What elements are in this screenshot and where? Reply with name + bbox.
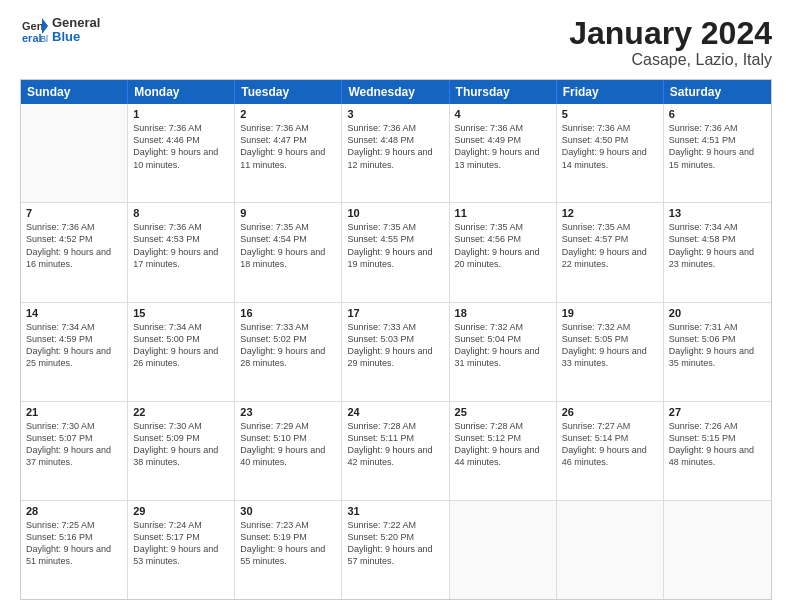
day-info: Sunrise: 7:28 AMSunset: 5:11 PMDaylight:…: [347, 420, 443, 469]
day-info: Sunrise: 7:35 AMSunset: 4:55 PMDaylight:…: [347, 221, 443, 270]
calendar-day-cell: 19Sunrise: 7:32 AMSunset: 5:05 PMDayligh…: [557, 303, 664, 401]
calendar-day-cell: 14Sunrise: 7:34 AMSunset: 4:59 PMDayligh…: [21, 303, 128, 401]
day-number: 14: [26, 307, 122, 319]
day-number: 18: [455, 307, 551, 319]
day-number: 20: [669, 307, 766, 319]
calendar-day-header: Monday: [128, 80, 235, 104]
day-info: Sunrise: 7:35 AMSunset: 4:57 PMDaylight:…: [562, 221, 658, 270]
day-number: 4: [455, 108, 551, 120]
calendar: SundayMondayTuesdayWednesdayThursdayFrid…: [20, 79, 772, 600]
calendar-day-cell: 25Sunrise: 7:28 AMSunset: 5:12 PMDayligh…: [450, 402, 557, 500]
day-number: 13: [669, 207, 766, 219]
day-number: 2: [240, 108, 336, 120]
day-info: Sunrise: 7:31 AMSunset: 5:06 PMDaylight:…: [669, 321, 766, 370]
calendar-day-header: Sunday: [21, 80, 128, 104]
svg-marker-2: [42, 18, 48, 34]
calendar-day-cell: 13Sunrise: 7:34 AMSunset: 4:58 PMDayligh…: [664, 203, 771, 301]
day-info: Sunrise: 7:33 AMSunset: 5:02 PMDaylight:…: [240, 321, 336, 370]
day-number: 17: [347, 307, 443, 319]
day-number: 6: [669, 108, 766, 120]
day-number: 15: [133, 307, 229, 319]
day-info: Sunrise: 7:25 AMSunset: 5:16 PMDaylight:…: [26, 519, 122, 568]
day-info: Sunrise: 7:30 AMSunset: 5:09 PMDaylight:…: [133, 420, 229, 469]
calendar-body: 1Sunrise: 7:36 AMSunset: 4:46 PMDaylight…: [21, 104, 771, 599]
day-info: Sunrise: 7:35 AMSunset: 4:56 PMDaylight:…: [455, 221, 551, 270]
day-info: Sunrise: 7:34 AMSunset: 5:00 PMDaylight:…: [133, 321, 229, 370]
day-number: 12: [562, 207, 658, 219]
calendar-day-cell: 30Sunrise: 7:23 AMSunset: 5:19 PMDayligh…: [235, 501, 342, 599]
day-number: 24: [347, 406, 443, 418]
day-number: 29: [133, 505, 229, 517]
day-info: Sunrise: 7:36 AMSunset: 4:53 PMDaylight:…: [133, 221, 229, 270]
day-info: Sunrise: 7:36 AMSunset: 4:50 PMDaylight:…: [562, 122, 658, 171]
calendar-title: January 2024: [569, 16, 772, 51]
calendar-day-cell: 9Sunrise: 7:35 AMSunset: 4:54 PMDaylight…: [235, 203, 342, 301]
day-info: Sunrise: 7:22 AMSunset: 5:20 PMDaylight:…: [347, 519, 443, 568]
day-info: Sunrise: 7:36 AMSunset: 4:48 PMDaylight:…: [347, 122, 443, 171]
calendar-empty-cell: [21, 104, 128, 202]
calendar-day-cell: 28Sunrise: 7:25 AMSunset: 5:16 PMDayligh…: [21, 501, 128, 599]
day-info: Sunrise: 7:33 AMSunset: 5:03 PMDaylight:…: [347, 321, 443, 370]
svg-text:eral: eral: [22, 32, 42, 44]
day-info: Sunrise: 7:28 AMSunset: 5:12 PMDaylight:…: [455, 420, 551, 469]
header: Gen eral Blue General Blue January 2024 …: [20, 16, 772, 69]
day-number: 3: [347, 108, 443, 120]
day-number: 9: [240, 207, 336, 219]
calendar-day-cell: 6Sunrise: 7:36 AMSunset: 4:51 PMDaylight…: [664, 104, 771, 202]
day-number: 30: [240, 505, 336, 517]
calendar-day-cell: 29Sunrise: 7:24 AMSunset: 5:17 PMDayligh…: [128, 501, 235, 599]
calendar-day-cell: 20Sunrise: 7:31 AMSunset: 5:06 PMDayligh…: [664, 303, 771, 401]
day-info: Sunrise: 7:36 AMSunset: 4:51 PMDaylight:…: [669, 122, 766, 171]
title-block: January 2024 Casape, Lazio, Italy: [569, 16, 772, 69]
day-number: 22: [133, 406, 229, 418]
logo-general: General: [52, 16, 100, 30]
calendar-week-row: 14Sunrise: 7:34 AMSunset: 4:59 PMDayligh…: [21, 302, 771, 401]
day-info: Sunrise: 7:36 AMSunset: 4:47 PMDaylight:…: [240, 122, 336, 171]
calendar-day-cell: 23Sunrise: 7:29 AMSunset: 5:10 PMDayligh…: [235, 402, 342, 500]
calendar-week-row: 1Sunrise: 7:36 AMSunset: 4:46 PMDaylight…: [21, 104, 771, 202]
day-number: 10: [347, 207, 443, 219]
day-info: Sunrise: 7:36 AMSunset: 4:49 PMDaylight:…: [455, 122, 551, 171]
day-number: 8: [133, 207, 229, 219]
calendar-empty-cell: [664, 501, 771, 599]
calendar-day-cell: 5Sunrise: 7:36 AMSunset: 4:50 PMDaylight…: [557, 104, 664, 202]
calendar-day-header: Wednesday: [342, 80, 449, 104]
calendar-day-cell: 10Sunrise: 7:35 AMSunset: 4:55 PMDayligh…: [342, 203, 449, 301]
calendar-day-cell: 18Sunrise: 7:32 AMSunset: 5:04 PMDayligh…: [450, 303, 557, 401]
calendar-day-cell: 17Sunrise: 7:33 AMSunset: 5:03 PMDayligh…: [342, 303, 449, 401]
calendar-day-cell: 21Sunrise: 7:30 AMSunset: 5:07 PMDayligh…: [21, 402, 128, 500]
day-number: 26: [562, 406, 658, 418]
day-info: Sunrise: 7:34 AMSunset: 4:58 PMDaylight:…: [669, 221, 766, 270]
day-info: Sunrise: 7:27 AMSunset: 5:14 PMDaylight:…: [562, 420, 658, 469]
calendar-day-cell: 1Sunrise: 7:36 AMSunset: 4:46 PMDaylight…: [128, 104, 235, 202]
day-number: 7: [26, 207, 122, 219]
day-number: 25: [455, 406, 551, 418]
calendar-empty-cell: [557, 501, 664, 599]
calendar-empty-cell: [450, 501, 557, 599]
day-info: Sunrise: 7:30 AMSunset: 5:07 PMDaylight:…: [26, 420, 122, 469]
day-number: 16: [240, 307, 336, 319]
day-info: Sunrise: 7:24 AMSunset: 5:17 PMDaylight:…: [133, 519, 229, 568]
logo-blue: Blue: [52, 30, 100, 44]
calendar-day-cell: 31Sunrise: 7:22 AMSunset: 5:20 PMDayligh…: [342, 501, 449, 599]
calendar-day-cell: 7Sunrise: 7:36 AMSunset: 4:52 PMDaylight…: [21, 203, 128, 301]
day-number: 1: [133, 108, 229, 120]
calendar-day-cell: 8Sunrise: 7:36 AMSunset: 4:53 PMDaylight…: [128, 203, 235, 301]
calendar-subtitle: Casape, Lazio, Italy: [569, 51, 772, 69]
calendar-day-header: Tuesday: [235, 80, 342, 104]
logo-icon: Gen eral Blue: [20, 16, 48, 44]
svg-text:Gen: Gen: [22, 20, 44, 32]
day-info: Sunrise: 7:36 AMSunset: 4:46 PMDaylight:…: [133, 122, 229, 171]
calendar-day-header: Friday: [557, 80, 664, 104]
calendar-day-cell: 2Sunrise: 7:36 AMSunset: 4:47 PMDaylight…: [235, 104, 342, 202]
day-number: 11: [455, 207, 551, 219]
calendar-day-cell: 11Sunrise: 7:35 AMSunset: 4:56 PMDayligh…: [450, 203, 557, 301]
calendar-day-cell: 15Sunrise: 7:34 AMSunset: 5:00 PMDayligh…: [128, 303, 235, 401]
calendar-day-cell: 12Sunrise: 7:35 AMSunset: 4:57 PMDayligh…: [557, 203, 664, 301]
calendar-day-cell: 27Sunrise: 7:26 AMSunset: 5:15 PMDayligh…: [664, 402, 771, 500]
day-number: 5: [562, 108, 658, 120]
calendar-day-cell: 3Sunrise: 7:36 AMSunset: 4:48 PMDaylight…: [342, 104, 449, 202]
day-info: Sunrise: 7:36 AMSunset: 4:52 PMDaylight:…: [26, 221, 122, 270]
day-number: 19: [562, 307, 658, 319]
day-info: Sunrise: 7:29 AMSunset: 5:10 PMDaylight:…: [240, 420, 336, 469]
